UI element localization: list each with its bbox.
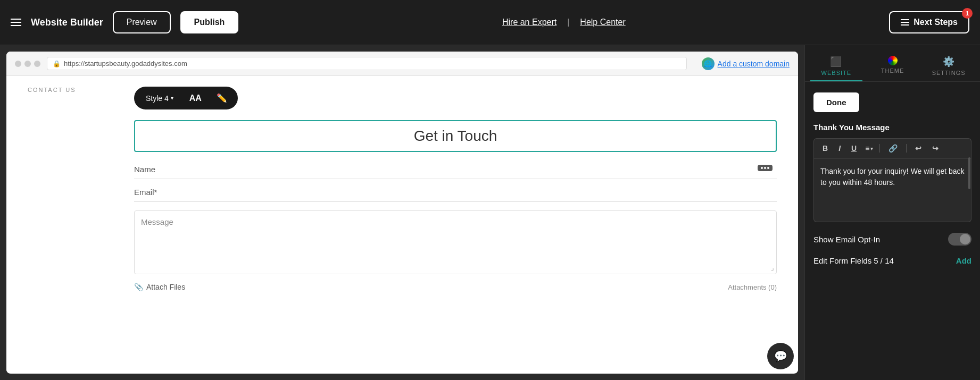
message-placeholder: Message: [141, 217, 173, 226]
globe-icon: 🌐: [702, 57, 715, 70]
paperclip-icon: 📎: [134, 283, 143, 291]
traffic-lights: [15, 61, 40, 67]
website-icon: ⬛: [830, 56, 842, 67]
traffic-light-red: [15, 61, 21, 67]
attach-files-row: 📎 Attach Files Attachments (0): [134, 283, 777, 291]
attach-files-button[interactable]: 📎 Attach Files: [134, 283, 185, 291]
thank-you-section-label: Thank You Message: [813, 123, 971, 132]
typography-button[interactable]: AA: [183, 90, 208, 106]
italic-button[interactable]: I: [836, 143, 843, 154]
name-field: Name: [134, 165, 777, 179]
email-label: Email*: [134, 188, 157, 197]
panel-content: Done Thank You Message B I U ≡ ▾ 🔗 ↩ ↪: [805, 82, 980, 380]
magic-edit-button[interactable]: ✏️: [210, 90, 234, 106]
list-icon: [901, 19, 909, 26]
email-optin-row: Show Email Opt-In: [813, 233, 971, 246]
contact-label: CONTACT US: [28, 87, 113, 93]
hamburger-icon[interactable]: [11, 19, 21, 26]
email-optin-toggle[interactable]: [948, 233, 971, 246]
page-content: CONTACT US Style 4 ▾ AA ✏️: [6, 76, 798, 373]
wand-icon: ✏️: [217, 94, 227, 103]
rich-text-editor: B I U ≡ ▾ 🔗 ↩ ↪ Thank you for your inqui…: [813, 138, 971, 222]
style-toolbar: Style 4 ▾ AA ✏️: [134, 87, 238, 109]
browser-bar: 🔒 https://startupsbeauty.godaddysites.co…: [6, 52, 798, 76]
custom-domain-button[interactable]: 🌐 Add a custom domain: [702, 57, 790, 70]
tab-theme[interactable]: THEME: [867, 52, 919, 81]
thank-you-text[interactable]: Thank you for your inquiry! We will get …: [813, 158, 971, 222]
panel-tabs: ⬛ WEBSITE THEME ⚙️ SETTINGS: [805, 45, 980, 82]
redo-button[interactable]: ↪: [930, 143, 941, 154]
preview-button[interactable]: Preview: [113, 11, 171, 33]
lock-icon: 🔒: [53, 60, 61, 67]
top-nav: Website Builder Preview Publish Hire an …: [0, 0, 980, 45]
form-title: Get in Touch: [146, 128, 765, 145]
form-title-wrapper[interactable]: Get in Touch: [134, 120, 777, 152]
list-chevron-icon: ▾: [870, 146, 873, 151]
rich-text-toolbar: B I U ≡ ▾ 🔗 ↩ ↪: [813, 138, 971, 158]
url-bar[interactable]: 🔒 https://startupsbeauty.godaddysites.co…: [47, 57, 687, 70]
theme-icon: [888, 56, 898, 65]
chat-button[interactable]: 💬: [767, 343, 794, 369]
site-title: Website Builder: [31, 17, 103, 28]
nav-divider: |: [567, 18, 569, 27]
chevron-down-icon: ▾: [171, 95, 173, 101]
url-text: https://startupsbeauty.godaddysites.com: [64, 60, 187, 67]
tab-settings[interactable]: ⚙️ SETTINGS: [923, 52, 975, 81]
tab-website[interactable]: ⬛ WEBSITE: [810, 52, 862, 81]
resize-handle[interactable]: ⌟: [771, 264, 774, 272]
email-field: Email*: [134, 188, 777, 202]
hire-expert-link[interactable]: Hire an Expert: [502, 18, 557, 27]
link-button[interactable]: 🔗: [886, 143, 900, 154]
help-center-link[interactable]: Help Center: [580, 18, 625, 27]
list-button[interactable]: ≡ ▾: [865, 144, 873, 153]
underline-button[interactable]: U: [849, 143, 859, 154]
bold-button[interactable]: B: [820, 143, 830, 154]
email-optin-label: Show Email Opt-In: [813, 235, 880, 244]
add-link[interactable]: Add: [956, 256, 971, 265]
undo-button[interactable]: ↩: [913, 143, 924, 154]
menu-dot-1: [761, 167, 763, 169]
form-fields-label: Edit Form Fields 5 / 14: [813, 256, 894, 265]
next-steps-button[interactable]: Next Steps 1: [889, 11, 969, 33]
right-panel: ⬛ WEBSITE THEME ⚙️ SETTINGS Done Thank Y…: [804, 45, 980, 380]
browser-chrome: 🔒 https://startupsbeauty.godaddysites.co…: [6, 52, 798, 374]
style-selector-button[interactable]: Style 4 ▾: [138, 91, 181, 106]
nav-left: Website Builder Preview Publish: [11, 11, 238, 33]
nav-center: Hire an Expert | Help Center: [238, 18, 889, 27]
message-area[interactable]: Message ⌟: [134, 210, 777, 274]
scrollbar[interactable]: [968, 157, 970, 189]
menu-dot-2: [764, 167, 766, 169]
toolbar-divider-2: [906, 144, 907, 153]
notification-badge: 1: [962, 8, 973, 19]
attachments-count: Attachments (0): [728, 283, 777, 291]
toggle-knob: [960, 234, 970, 244]
traffic-light-yellow: [24, 61, 31, 67]
settings-icon: ⚙️: [943, 56, 955, 67]
field-menu[interactable]: [758, 165, 773, 171]
main-area: 🔒 https://startupsbeauty.godaddysites.co…: [0, 45, 980, 380]
publish-button[interactable]: Publish: [180, 11, 239, 33]
canvas-area: 🔒 https://startupsbeauty.godaddysites.co…: [0, 45, 804, 380]
form-fields-row: Edit Form Fields 5 / 14 Add: [813, 256, 971, 265]
chat-icon: 💬: [774, 350, 787, 362]
name-label: Name: [134, 165, 155, 174]
traffic-light-green: [34, 61, 40, 67]
toolbar-divider-1: [879, 144, 880, 153]
done-button[interactable]: Done: [813, 92, 859, 112]
menu-dot-3: [767, 167, 769, 169]
